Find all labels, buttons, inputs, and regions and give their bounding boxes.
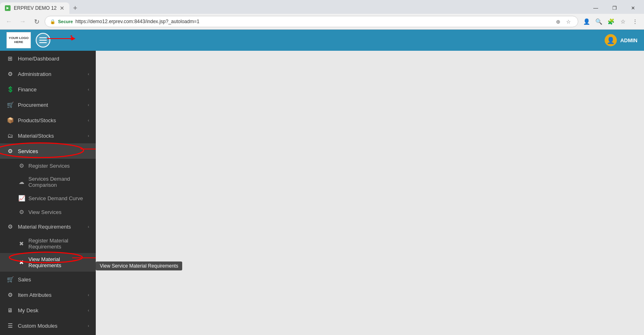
menu-button[interactable]: ⋮: [629, 16, 641, 27]
sales-icon: 🛒: [6, 276, 14, 283]
zoom-button[interactable]: 🔍: [593, 16, 604, 27]
home-dashboard-icon: ⊞: [6, 55, 14, 62]
sidebar-sub-item-view-services[interactable]: ⚙ View Services: [0, 205, 96, 219]
sidebar-label-register-services: Register Services: [28, 163, 89, 169]
finance-chevron: ‹: [88, 87, 89, 92]
register-material-requirements-icon: ✖: [18, 240, 25, 247]
sidebar-label-material-requirements: Material Requirements: [18, 224, 84, 230]
sidebar-label-view-services: View Services: [28, 209, 89, 215]
sidebar-item-finance[interactable]: 💲 Finance ‹: [0, 82, 96, 97]
sidebar-label-sales: Sales: [18, 277, 89, 283]
tab-close-button[interactable]: ✕: [60, 5, 65, 11]
sidebar-item-my-desk[interactable]: 🖥 My Desk ‹: [0, 303, 96, 318]
material-stocks-chevron: ‹: [88, 133, 89, 138]
products-stocks-chevron: ‹: [88, 118, 89, 123]
browser-tab[interactable]: ▶ ERPREV DEMO 12 ✕: [0, 2, 69, 14]
services-icon: ⚙: [6, 147, 14, 155]
sidebar-sub-item-view-material-requirements[interactable]: ✖ View Material Requirements 3: [0, 253, 96, 272]
products-stocks-icon: 📦: [6, 117, 14, 124]
extensions-button[interactable]: 🧩: [605, 16, 616, 27]
sidebar-item-sales[interactable]: 🛒 Sales: [0, 272, 96, 287]
reload-button[interactable]: ↻: [31, 16, 42, 27]
material-requirements-icon: ⚙: [6, 223, 14, 230]
back-button[interactable]: ←: [3, 16, 15, 27]
main-area: ⊞ Home/Dashboard ⚙ Administration ‹ 💲 Fi…: [0, 51, 644, 335]
sidebar-item-material-stocks[interactable]: 🗂 Material/Stocks ‹: [0, 128, 96, 143]
register-services-icon: ⚙: [18, 162, 25, 169]
sidebar: ⊞ Home/Dashboard ⚙ Administration ‹ 💲 Fi…: [0, 51, 96, 335]
administration-icon: ⚙: [6, 70, 14, 78]
hamburger-icon: [39, 37, 47, 43]
annotation-label-1: 1: [70, 34, 73, 41]
sidebar-label-finance: Finance: [18, 86, 84, 93]
sidebar-label-service-demand-curve: Service Demand Curve: [28, 195, 89, 201]
forward-button[interactable]: →: [17, 16, 28, 27]
tab-bar: ▶ ERPREV DEMO 12 ✕ + — ❐ ✕: [0, 0, 644, 14]
sidebar-item-services[interactable]: ⚙ Services 2: [0, 143, 96, 159]
sidebar-label-products-stocks: Products/Stocks: [18, 117, 84, 123]
procurement-chevron: ‹: [88, 102, 89, 107]
sidebar-label-custom-modules: Custom Modules: [18, 323, 84, 329]
svg-marker-1: [71, 37, 75, 41]
address-bar[interactable]: 🔒 Secure https://demo12.erprev.com:8443/…: [45, 16, 578, 27]
view-material-requirements-icon: ✖: [18, 259, 25, 266]
window-controls: — ❐ ✕: [586, 2, 644, 14]
sidebar-sub-item-service-demand-curve[interactable]: 📈 Service Demand Curve: [0, 191, 96, 205]
minimize-button[interactable]: —: [586, 2, 605, 14]
sidebar-label-register-material-requirements: Register Material Requirements: [28, 238, 89, 250]
custom-modules-icon: ☰: [6, 322, 14, 329]
item-attributes-chevron: ‹: [88, 292, 89, 297]
custom-modules-chevron: ‹: [88, 323, 89, 328]
app-header: YOUR LOGO HERE 1 👤 ADMIN: [0, 30, 644, 51]
sidebar-sub-item-register-services[interactable]: ⚙ Register Services: [0, 159, 96, 173]
content-area: [96, 51, 644, 335]
sidebar-label-home-dashboard: Home/Dashboard: [18, 56, 89, 62]
sidebar-item-custom-modules[interactable]: ☰ Custom Modules ‹: [0, 318, 96, 333]
view-services-icon: ⚙: [18, 208, 25, 216]
sidebar-item-products-stocks[interactable]: 📦 Products/Stocks ‹: [0, 112, 96, 128]
item-attributes-icon: ⚙: [6, 291, 14, 298]
annotation-arrow-1: [47, 31, 96, 46]
sidebar-label-administration: Administration: [18, 71, 84, 77]
sidebar-item-custom-reports[interactable]: ☰ Custom Reports ‹: [0, 333, 96, 335]
sidebar-item-administration[interactable]: ⚙ Administration ‹: [0, 66, 96, 82]
hamburger-button[interactable]: [36, 33, 50, 48]
star-icon[interactable]: ☆: [564, 17, 573, 26]
restore-button[interactable]: ❐: [605, 2, 624, 14]
material-stocks-icon: 🗂: [6, 132, 14, 139]
admin-avatar: 👤: [605, 34, 617, 46]
browser-actions: 👤 🔍 🧩 ☆ ⋮: [581, 16, 641, 27]
sidebar-label-services-demand-comparison: Services Demand Comparison: [28, 176, 89, 188]
profile-button[interactable]: 👤: [581, 16, 592, 27]
close-button[interactable]: ✕: [624, 2, 642, 14]
sidebar-label-item-attributes: Item Attributes: [18, 292, 84, 298]
sidebar-sub-item-register-material-requirements[interactable]: ✖ Register Material Requirements: [0, 234, 96, 253]
my-desk-chevron: ‹: [88, 308, 89, 313]
service-demand-curve-icon: 📈: [18, 195, 25, 202]
sidebar-item-material-requirements[interactable]: ⚙ Material Requirements ‹: [0, 219, 96, 234]
sidebar-label-services: Services: [18, 148, 89, 154]
admin-label: ADMIN: [620, 37, 638, 43]
sidebar-label-procurement: Procurement: [18, 102, 84, 108]
browser-chrome: ▶ ERPREV DEMO 12 ✕ + — ❐ ✕ ← → ↻ 🔒 Secur…: [0, 0, 644, 30]
sidebar-label-view-material-requirements: View Material Requirements: [28, 256, 89, 268]
hamburger-line-3: [39, 42, 47, 43]
sidebar-sub-item-services-demand-comparison[interactable]: ☁ Services Demand Comparison: [0, 173, 96, 191]
bookmark-button[interactable]: ☆: [617, 16, 629, 27]
header-right: 👤 ADMIN: [605, 34, 638, 46]
new-tab-button[interactable]: +: [69, 2, 81, 14]
services-demand-comparison-icon: ☁: [18, 178, 25, 186]
sidebar-label-my-desk: My Desk: [18, 307, 84, 313]
sidebar-label-material-stocks: Material/Stocks: [18, 133, 84, 139]
address-bar-row: ← → ↻ 🔒 Secure https://demo12.erprev.com…: [0, 14, 644, 29]
location-icon[interactable]: ⊕: [554, 17, 562, 26]
logo: YOUR LOGO HERE: [6, 32, 31, 48]
tab-title: ERPREV DEMO 12: [14, 5, 56, 11]
address-bar-icons: ⊕ ☆: [554, 17, 573, 26]
sidebar-item-home-dashboard[interactable]: ⊞ Home/Dashboard: [0, 51, 96, 66]
sidebar-item-procurement[interactable]: 🛒 Procurement ‹: [0, 97, 96, 112]
sidebar-item-item-attributes[interactable]: ⚙ Item Attributes ‹: [0, 287, 96, 303]
procurement-icon: 🛒: [6, 101, 14, 108]
secure-label: Secure: [58, 19, 73, 24]
finance-icon: 💲: [6, 86, 14, 93]
